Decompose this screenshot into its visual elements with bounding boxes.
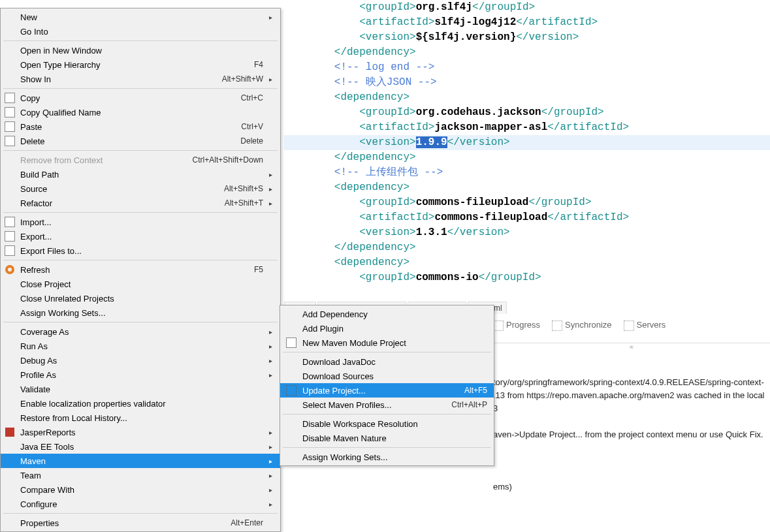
menu-item-shortcut: Ctrl+Alt+Shift+Down: [193, 155, 263, 164]
submenu-arrow-icon: ▸: [267, 486, 274, 493]
menu-separator: [3, 260, 278, 260]
menu-item[interactable]: Debug As▸: [1, 353, 280, 368]
menu-item[interactable]: PasteCtrl+V: [1, 119, 280, 134]
submenu-arrow-icon: ▸: [267, 429, 274, 436]
menu-item[interactable]: Assign Working Sets...: [280, 450, 494, 464]
menu-item[interactable]: Update Project...Alt+F5: [280, 383, 494, 398]
menu-item[interactable]: Download Sources: [280, 369, 494, 383]
submenu-arrow-icon: ▸: [267, 76, 274, 83]
submenu-arrow-icon: ▸: [267, 501, 274, 508]
menu-item[interactable]: SourceAlt+Shift+S▸: [1, 181, 280, 196]
no-icon: [3, 398, 16, 409]
no-icon: [3, 354, 16, 366]
menu-item[interactable]: PropertiesAlt+Enter: [1, 516, 280, 530]
menu-item[interactable]: Team▸: [1, 468, 280, 482]
menu-item[interactable]: Java EE Tools▸: [1, 439, 280, 454]
menu-item[interactable]: Add Plugin: [280, 321, 494, 336]
menu-item[interactable]: RefactorAlt+Shift+T▸: [1, 196, 280, 210]
menu-item-label: Build Path: [20, 170, 267, 180]
menu-item-label: Enable localization properties validator: [20, 399, 267, 409]
menu-item[interactable]: Disable Workspace Resolution: [280, 416, 494, 431]
minimize-panel-bar[interactable]: ≈: [493, 343, 770, 352]
menu-item[interactable]: Import...: [1, 215, 280, 229]
menu-item[interactable]: New▸: [1, 10, 280, 24]
menu-item: Remove from ContextCtrl+Alt+Shift+Down: [1, 153, 280, 167]
no-icon: [3, 383, 16, 395]
menu-item[interactable]: Coverage As▸: [1, 324, 280, 339]
menu-item[interactable]: Profile As▸: [1, 368, 280, 382]
menu-item-label: Validate: [20, 384, 267, 394]
menu-item[interactable]: Disable Maven Nature: [280, 431, 494, 445]
menu-item[interactable]: Compare With▸: [1, 482, 280, 497]
menu-item-shortcut: Alt+F5: [464, 386, 487, 395]
no-icon: [283, 370, 300, 382]
menu-item-label: Profile As: [20, 370, 267, 380]
menu-item-label: Close Unrelated Projects: [20, 294, 267, 304]
view-tab[interactable]: Servers: [624, 320, 666, 331]
menu-item[interactable]: New Maven Module Project: [280, 336, 494, 350]
menu-item[interactable]: Restore from Local History...: [1, 411, 280, 425]
no-icon: [3, 326, 16, 337]
xml-editor[interactable]: <groupId>org.slf4j</groupId> <artifactId…: [284, 0, 770, 300]
submenu-arrow-icon: ▸: [267, 343, 274, 350]
menu-item[interactable]: JasperReports▸: [1, 425, 280, 439]
box-icon: [3, 216, 16, 228]
no-icon: [3, 154, 16, 166]
menu-separator: [3, 150, 278, 151]
menu-item-label: Refactor: [20, 198, 225, 208]
menu-item-shortcut: Ctrl+C: [241, 93, 263, 102]
menu-item[interactable]: Close Unrelated Projects: [1, 291, 280, 305]
no-icon: [283, 399, 300, 411]
menu-item[interactable]: Download JavaDoc: [280, 354, 494, 369]
menu-item[interactable]: RefreshF5: [1, 262, 280, 277]
no-icon: [3, 292, 16, 304]
menu-item-label: JasperReports: [20, 428, 267, 437]
menu-item-shortcut: F4: [254, 60, 263, 69]
menu-item-label: Configure: [20, 499, 267, 509]
no-icon: [283, 451, 300, 463]
menu-item[interactable]: Configure▸: [1, 497, 280, 511]
menu-item-label: Download JavaDoc: [302, 357, 487, 367]
menu-item[interactable]: Build Path▸: [1, 167, 280, 181]
menu-item[interactable]: Add Dependency: [280, 307, 494, 321]
menu-item[interactable]: Run As▸: [1, 339, 280, 353]
menu-item[interactable]: CopyCtrl+C: [1, 91, 280, 105]
menu-item-label: Close Project: [20, 279, 267, 289]
menu-item[interactable]: Export Files to...: [1, 243, 280, 258]
menu-item-label: Delete: [20, 136, 240, 146]
menu-item[interactable]: Validate: [1, 382, 280, 396]
no-icon: [3, 59, 16, 70]
menu-item[interactable]: Copy Qualified Name: [1, 105, 280, 119]
menu-item-label: Copy: [20, 93, 241, 103]
red-icon: [3, 426, 16, 438]
menu-separator: [3, 88, 278, 89]
no-icon: [3, 469, 16, 481]
menu-item[interactable]: Open in New Window: [1, 43, 280, 57]
menu-item-label: Open in New Window: [20, 46, 267, 55]
submenu-arrow-icon: ▸: [267, 458, 274, 465]
context-menu: New▸Go IntoOpen in New WindowOpen Type H…: [0, 8, 281, 532]
menu-item[interactable]: Export...: [1, 229, 280, 243]
menu-item[interactable]: DeleteDelete: [1, 134, 280, 148]
box-icon: [3, 230, 16, 242]
no-icon: [283, 418, 300, 430]
box-icon: [3, 106, 16, 118]
menu-item-label: Maven: [20, 456, 267, 466]
menu-item[interactable]: Enable localization properties validator: [1, 396, 280, 411]
menu-item-label: Refresh: [20, 265, 254, 275]
menu-item[interactable]: Open Type HierarchyF4: [1, 57, 280, 72]
menu-item-label: Remove from Context: [20, 155, 193, 165]
no-icon: [3, 412, 16, 424]
menu-item-label: Go Into: [20, 27, 267, 37]
no-icon: [3, 455, 16, 467]
menu-item[interactable]: Show InAlt+Shift+W▸: [1, 72, 280, 86]
cog-icon: [283, 384, 300, 396]
view-tab[interactable]: Progress: [493, 320, 540, 331]
menu-item[interactable]: Go Into: [1, 24, 280, 39]
menu-item[interactable]: Maven▸: [1, 454, 280, 468]
menu-item[interactable]: Assign Working Sets...: [1, 305, 280, 320]
menu-item[interactable]: Select Maven Profiles...Ctrl+Alt+P: [280, 398, 494, 412]
menu-item-label: Download Sources: [302, 371, 487, 381]
view-tab[interactable]: Synchronize: [552, 320, 612, 331]
menu-item[interactable]: Close Project: [1, 277, 280, 291]
